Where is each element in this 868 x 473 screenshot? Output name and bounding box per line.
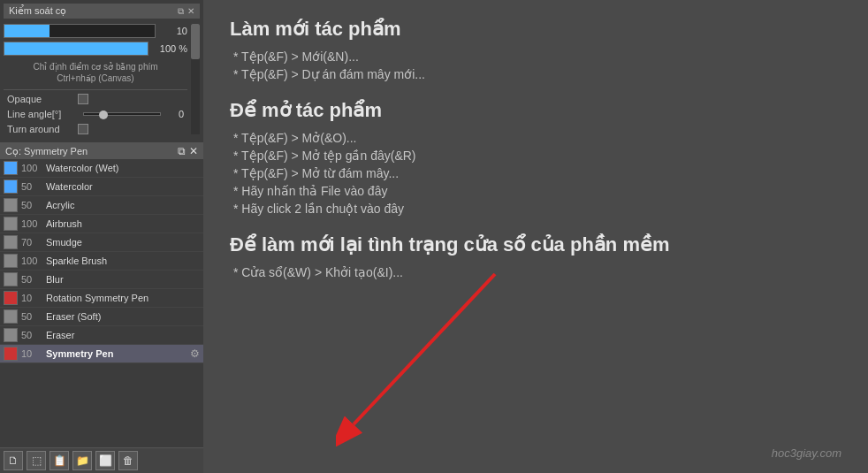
section-reset-item-1: * Cửa sổ(&W) > Khởi tạo(&I)... xyxy=(230,265,841,279)
brush-name: Airbrush xyxy=(46,218,200,229)
section-new: Làm mới tác phẩm * Tệp(&F) > Mới(&N)... … xyxy=(230,18,841,81)
new-brush-button[interactable]: 🗋 xyxy=(4,451,23,470)
section-reset: Để làm mới lại tình trạng cửa sổ của phầ… xyxy=(230,233,841,279)
section-open-heading: Để mở tác phẩm xyxy=(230,99,841,122)
section-open-item-2: * Tệp(&F) > Mở tệp gần đây(&R) xyxy=(230,149,841,163)
close-icon[interactable]: ✕ xyxy=(187,6,194,17)
brush-name: Rotation Symmetry Pen xyxy=(46,293,200,303)
brush-num: 50 xyxy=(21,311,46,322)
brush-num: 100 xyxy=(21,163,46,173)
import-brush-button[interactable]: 📁 xyxy=(72,451,92,470)
brush-color-swatch xyxy=(4,161,18,175)
brush-name: Symmetry Pen xyxy=(46,348,187,359)
brush-num: 100 xyxy=(21,256,46,266)
brush-num: 50 xyxy=(21,274,46,285)
opaque-checkbox[interactable] xyxy=(78,94,88,104)
brush-size-row: 10 xyxy=(4,24,187,38)
right-content: Làm mới tác phẩm * Tệp(&F) > Mới(&N)... … xyxy=(203,0,868,473)
svg-line-1 xyxy=(354,274,495,424)
brush-item[interactable]: 100Watercolor (Wet) xyxy=(0,159,203,178)
brush-num: 100 xyxy=(21,218,46,229)
line-angle-row: Line angle[°] 0 xyxy=(4,109,187,119)
brush-name: Smudge xyxy=(46,237,200,248)
brush-color-swatch xyxy=(4,198,18,212)
brush-toolbar: 🗋 ⬚ 📋 📁 ⬜ 🗑 xyxy=(0,447,203,473)
brush-panel-detach-icon[interactable]: ⧉ xyxy=(178,145,186,157)
line-angle-value: 0 xyxy=(166,109,184,119)
turn-around-checkbox[interactable] xyxy=(78,124,88,134)
export-brush-button[interactable]: ⬜ xyxy=(95,451,115,470)
watermark: hoc3giay.com xyxy=(772,446,841,460)
line-angle-slider[interactable] xyxy=(83,112,161,116)
control-panel: Kiểm soát cọ ⧉ ✕ 10 100 % xyxy=(0,0,203,143)
brush-item[interactable]: 10Rotation Symmetry Pen xyxy=(0,289,203,308)
brush-color-swatch xyxy=(4,328,18,342)
control-scrollbar-thumb xyxy=(191,24,200,59)
section-reset-heading: Để làm mới lại tình trạng cửa sổ của phầ… xyxy=(230,233,841,256)
section-new-heading: Làm mới tác phẩm xyxy=(230,18,841,41)
brush-panel: Cọ: Symmetry Pen ⧉ ✕ 100Watercolor (Wet)… xyxy=(0,143,203,473)
section-open: Để mở tác phẩm * Tệp(&F) > Mở(&O)... * T… xyxy=(230,99,841,216)
brush-panel-icons: ⧉ ✕ xyxy=(178,145,198,157)
detach-icon[interactable]: ⧉ xyxy=(178,6,184,17)
brush-size-value: 10 xyxy=(159,26,187,36)
brush-name: Blur xyxy=(46,274,200,285)
brush-num: 50 xyxy=(21,330,46,340)
brush-item[interactable]: 100Sparkle Brush xyxy=(0,252,203,271)
brush-name: Watercolor (Wet) xyxy=(46,163,200,173)
brush-item[interactable]: 50Blur xyxy=(0,271,203,289)
section-open-item-5: * Hãy click 2 lần chuột vào đây xyxy=(230,202,841,216)
brush-item[interactable]: 70Smudge xyxy=(0,233,203,252)
section-new-item-2: * Tệp(&F) > Dự án đám mây mới... xyxy=(230,67,841,81)
brush-panel-close-icon[interactable]: ✕ xyxy=(189,145,198,157)
turn-around-row: Turn around xyxy=(4,124,187,134)
control-panel-inner: 10 100 % Chỉ định điểm cơ sở bằng phím C… xyxy=(4,24,200,134)
brush-num: 70 xyxy=(21,237,46,248)
turn-around-label: Turn around xyxy=(7,124,78,134)
section-open-item-4: * Hãy nhấn thả File vào đây xyxy=(230,184,841,198)
brush-item[interactable]: 50Watercolor xyxy=(0,178,203,196)
brush-item[interactable]: 10Symmetry Pen⚙ xyxy=(0,345,203,363)
brush-panel-title: Cọ: Symmetry Pen xyxy=(5,146,88,157)
brush-color-swatch xyxy=(4,235,18,249)
brush-panel-titlebar: Cọ: Symmetry Pen ⧉ ✕ xyxy=(0,143,203,159)
line-angle-label: Line angle[°] xyxy=(7,109,78,119)
brush-size-slider[interactable] xyxy=(4,24,156,38)
delete-brush-button[interactable]: 🗑 xyxy=(118,451,138,470)
brush-opacity-slider[interactable] xyxy=(4,42,148,56)
brush-num: 50 xyxy=(21,181,46,192)
section-open-item-3: * Tệp(&F) > Mở từ đám mây... xyxy=(230,166,841,180)
opaque-label: Opaque xyxy=(7,94,78,104)
brush-color-swatch xyxy=(4,217,18,231)
brush-color-swatch xyxy=(4,347,18,361)
left-panel: Kiểm soát cọ ⧉ ✕ 10 100 % xyxy=(0,0,203,473)
canvas-hint: Chỉ định điểm cơ sở bằng phím Ctrl+nhấp … xyxy=(4,61,187,84)
brush-name: Acrylic xyxy=(46,200,200,210)
copy-brush-button[interactable]: ⬚ xyxy=(27,451,46,470)
brush-item[interactable]: 50Eraser (Soft) xyxy=(0,308,203,326)
section-open-item-1: * Tệp(&F) > Mở(&O)... xyxy=(230,131,841,145)
opaque-row: Opaque xyxy=(4,94,187,104)
control-scrollbar[interactable] xyxy=(191,24,200,134)
section-new-item-1: * Tệp(&F) > Mới(&N)... xyxy=(230,50,841,64)
brush-list: 100Watercolor (Wet)50Watercolor50Acrylic… xyxy=(0,159,203,447)
brush-name: Eraser (Soft) xyxy=(46,311,200,322)
paste-brush-button[interactable]: 📋 xyxy=(49,451,69,470)
brush-name: Sparkle Brush xyxy=(46,256,200,266)
arrow-svg xyxy=(336,256,513,451)
brush-settings-icon[interactable]: ⚙ xyxy=(190,347,200,360)
brush-num: 50 xyxy=(21,200,46,210)
brush-num: 10 xyxy=(21,348,46,359)
brush-color-swatch xyxy=(4,272,18,286)
arrow-container xyxy=(336,256,513,454)
control-panel-titlebar: Kiểm soát cọ ⧉ ✕ xyxy=(4,4,200,19)
control-panel-title: Kiểm soát cọ xyxy=(9,5,66,17)
brush-num: 10 xyxy=(21,293,46,303)
brush-item[interactable]: 50Acrylic xyxy=(0,196,203,215)
brush-item[interactable]: 100Airbrush xyxy=(0,215,203,233)
brush-name: Watercolor xyxy=(46,181,200,192)
brush-color-swatch xyxy=(4,254,18,268)
brush-item[interactable]: 50Eraser xyxy=(0,326,203,345)
brush-color-swatch xyxy=(4,179,18,194)
brush-color-swatch xyxy=(4,309,18,324)
